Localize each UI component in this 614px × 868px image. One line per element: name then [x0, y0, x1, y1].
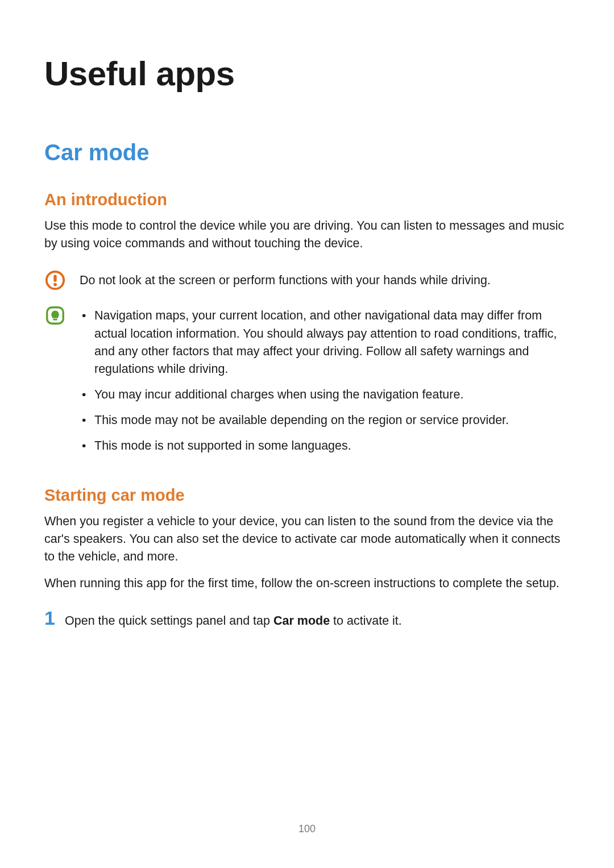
svg-rect-4 — [53, 319, 57, 321]
warning-callout: Do not look at the screen or perform fun… — [44, 268, 570, 291]
list-item: This mode is not supported in some langu… — [80, 437, 570, 455]
step-text: Open the quick settings panel and tap Ca… — [65, 612, 402, 630]
note-body: Navigation maps, your current location, … — [80, 304, 570, 463]
list-item: Navigation maps, your current location, … — [80, 307, 570, 378]
intro-heading: An introduction — [44, 190, 570, 209]
step-bold: Car mode — [273, 614, 330, 628]
start-body-1: When you register a vehicle to your devi… — [44, 513, 570, 566]
icon-slot — [44, 268, 80, 291]
warning-icon — [44, 269, 66, 291]
step-suffix: to activate it. — [330, 614, 402, 628]
page-title: Useful apps — [44, 54, 570, 93]
document-page: Useful apps Car mode An introduction Use… — [0, 0, 614, 630]
start-heading: Starting car mode — [44, 486, 570, 505]
step-number: 1 — [44, 608, 65, 628]
svg-point-2 — [53, 283, 57, 286]
numbered-step: 1 Open the quick settings panel and tap … — [44, 608, 570, 630]
section-heading: Car mode — [44, 140, 570, 165]
note-list: Navigation maps, your current location, … — [80, 307, 570, 455]
list-item: You may incur additional charges when us… — [80, 386, 570, 404]
icon-slot — [44, 304, 80, 326]
page-number: 100 — [0, 823, 614, 835]
start-body-2: When running this app for the first time… — [44, 575, 570, 592]
list-item: This mode may not be available depending… — [80, 412, 570, 429]
note-icon — [44, 305, 66, 326]
svg-rect-1 — [53, 275, 56, 282]
intro-body: Use this mode to control the device whil… — [44, 217, 570, 252]
step-prefix: Open the quick settings panel and tap — [65, 614, 273, 628]
warning-text: Do not look at the screen or perform fun… — [80, 268, 570, 289]
note-callout: Navigation maps, your current location, … — [44, 304, 570, 463]
